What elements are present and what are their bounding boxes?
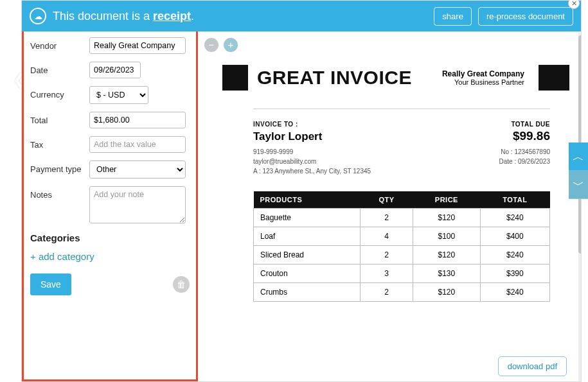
categories-heading: Categories	[30, 232, 190, 243]
total-label: Total	[30, 112, 89, 125]
cell-total: $240	[480, 283, 549, 302]
cell-product: Crumbs	[254, 283, 361, 302]
notes-label: Notes	[30, 186, 89, 200]
invoice-right-block	[539, 65, 569, 91]
cell-total: $240	[480, 209, 549, 227]
cell-price: $120	[413, 283, 481, 302]
cell-product: Crouton	[254, 265, 361, 283]
col-total: TOTAL	[480, 191, 549, 209]
top-banner: ☁ This document is a receipt. share re-p…	[22, 1, 581, 31]
prev-doc-arrow[interactable]: ︿	[569, 143, 588, 171]
invoice-address: A : 123 Anywhere St., Any City, ST 12345	[253, 166, 371, 176]
cloud-icon: ☁	[30, 8, 46, 24]
payment-type-label: Payment type	[30, 161, 89, 174]
cell-product: Sliced Bread	[254, 246, 361, 265]
notes-textarea[interactable]	[89, 186, 186, 223]
invoice-to-label: INVOICE TO :	[253, 121, 371, 128]
share-button[interactable]: share	[434, 7, 472, 26]
banner-prefix: This document is a	[53, 10, 153, 22]
invoice-logo-block	[222, 65, 248, 91]
cell-qty: 2	[360, 246, 413, 265]
tax-input[interactable]	[89, 136, 186, 153]
col-price: PRICE	[413, 191, 481, 209]
cell-total: $400	[480, 227, 549, 246]
total-input[interactable]	[89, 112, 186, 128]
next-doc-arrow[interactable]: ﹀	[569, 171, 588, 199]
currency-select[interactable]: $ - USD	[89, 86, 148, 104]
invoice-company-name: Really Great Company	[442, 69, 524, 78]
add-category-link[interactable]: + add category	[30, 251, 94, 262]
reprocess-button[interactable]: re-process document	[478, 7, 573, 26]
banner-text: This document is a receipt.	[53, 10, 194, 23]
cell-price: $130	[413, 265, 481, 283]
edit-form-panel: Vendor Date Currency $ - USD Total Tax	[22, 31, 198, 381]
currency-label: Currency	[30, 86, 89, 100]
download-pdf-button[interactable]: download pdf	[498, 356, 567, 376]
total-due-label: TOTAL DUE	[499, 121, 550, 128]
cell-qty: 3	[360, 265, 413, 283]
cell-total: $240	[480, 246, 549, 265]
date-label: Date	[30, 62, 89, 75]
invoice-divider	[253, 109, 550, 109]
trash-icon[interactable]: 🗑	[173, 276, 190, 293]
cell-total: $390	[480, 265, 549, 283]
banner-suffix: .	[191, 10, 194, 22]
cell-qty: 2	[360, 209, 413, 227]
cell-price: $100	[413, 227, 481, 246]
invoice-tagline: Your Business Partner	[442, 78, 524, 86]
invoice-document: GREAT INVOICE Really Great Company Your …	[209, 65, 569, 381]
vendor-label: Vendor	[30, 37, 89, 51]
cell-qty: 2	[360, 283, 413, 302]
tax-label: Tax	[30, 136, 89, 150]
invoice-number: No : 1234567890	[499, 147, 550, 157]
table-row: Sliced Bread2$120$240	[254, 246, 550, 265]
zoom-in-button[interactable]: +	[224, 38, 238, 52]
col-products: PRODUCTS	[254, 191, 361, 209]
document-modal: ✕ ☁ This document is a receipt. share re…	[21, 0, 582, 382]
total-due-amount: $99.86	[499, 129, 550, 143]
save-button[interactable]: Save	[30, 273, 71, 295]
col-qty: QTY	[360, 191, 413, 209]
date-input[interactable]	[89, 62, 141, 78]
cell-product: Loaf	[254, 227, 361, 246]
invoice-date: Date : 09/26/2023	[499, 157, 550, 166]
invoice-email: taylor@trueability.com	[253, 157, 371, 166]
invoice-company: Really Great Company Your Business Partn…	[442, 69, 530, 86]
zoom-out-button[interactable]: −	[204, 38, 218, 52]
doctype-link[interactable]: receipt	[153, 10, 191, 22]
cell-price: $120	[413, 246, 481, 265]
invoice-line-items-table: PRODUCTS QTY PRICE TOTAL Baguette2$120$2…	[253, 191, 550, 302]
payment-type-select[interactable]: Other	[89, 161, 186, 178]
cell-qty: 4	[360, 227, 413, 246]
vendor-input[interactable]	[89, 37, 186, 54]
cell-product: Baguette	[254, 209, 361, 227]
table-row: Loaf4$100$400	[254, 227, 550, 246]
document-preview-panel: − + GREAT INVOICE Really Great Company Y…	[198, 31, 581, 381]
invoice-phone: 919-999-9999	[253, 147, 371, 157]
invoice-title: GREAT INVOICE	[257, 67, 412, 89]
table-row: Crumbs2$120$240	[254, 283, 550, 302]
invoice-to-name: Taylor Lopert	[253, 130, 371, 143]
cell-price: $120	[413, 209, 481, 227]
table-row: Crouton3$130$390	[254, 265, 550, 283]
table-row: Baguette2$120$240	[254, 209, 550, 227]
